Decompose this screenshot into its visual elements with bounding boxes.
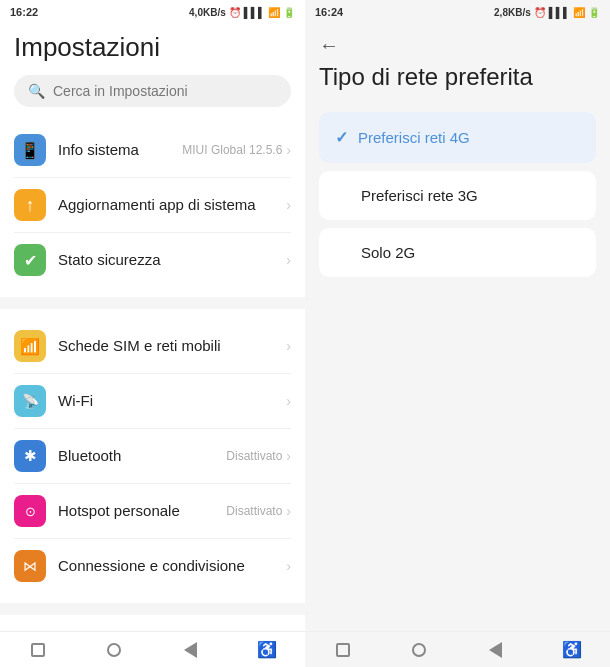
hotspot-chevron: › xyxy=(286,503,291,519)
right-panel: 16:24 2,8KB/s ⏰ ▌▌▌ 📶 🔋 ← Tipo di rete p… xyxy=(305,0,610,667)
check-4g-icon: ✓ xyxy=(335,128,348,147)
info-sistema-text: Info sistema xyxy=(58,141,182,159)
nav-circle-right[interactable] xyxy=(408,639,430,661)
aggiornamenti-chevron: › xyxy=(286,197,291,213)
section-system: 📱 Info sistema MIUI Global 12.5.6 › ↑ Ag… xyxy=(14,123,291,287)
battery-icon-right: 🔋 xyxy=(588,7,600,18)
info-sistema-chevron: › xyxy=(286,142,291,158)
page-title: Impostazioni xyxy=(14,32,291,63)
network-speed-left: 4,0KB/s xyxy=(189,7,226,18)
network-option-2g[interactable]: Solo 2G xyxy=(319,228,596,277)
wifi-label: Wi-Fi xyxy=(58,392,93,409)
settings-item-connessione[interactable]: ⋈ Connessione e condivisione › xyxy=(14,539,291,593)
aggiornamenti-label: Aggiornamenti app di sistema xyxy=(58,196,256,213)
left-content: Impostazioni 🔍 📱 Info sistema MIUI Globa… xyxy=(0,24,305,631)
right-page-title: Tipo di rete preferita xyxy=(319,63,596,92)
nav-back-left[interactable] xyxy=(180,639,202,661)
network-option-3g[interactable]: Preferisci rete 3G xyxy=(319,171,596,220)
sim-label: Schede SIM e reti mobili xyxy=(58,337,221,354)
signal-icon: ▌▌▌ xyxy=(244,7,265,18)
bluetooth-chevron: › xyxy=(286,448,291,464)
settings-item-info-sistema[interactable]: 📱 Info sistema MIUI Global 12.5.6 › xyxy=(14,123,291,178)
nav-accessibility-left[interactable]: ♿ xyxy=(256,639,278,661)
search-icon: 🔍 xyxy=(28,83,45,99)
status-bar-left: 16:22 4,0KB/s ⏰ ▌▌▌ 📶 🔋 xyxy=(0,0,305,24)
left-panel: 16:22 4,0KB/s ⏰ ▌▌▌ 📶 🔋 Impostazioni 🔍 📱… xyxy=(0,0,305,667)
wifi-text: Wi-Fi xyxy=(58,392,286,410)
aggiornamenti-icon: ↑ xyxy=(14,189,46,221)
sicurezza-icon: ✔ xyxy=(14,244,46,276)
time-left: 16:22 xyxy=(10,6,38,18)
bottom-nav-right: ♿ xyxy=(305,631,610,667)
status-icons-right: 2,8KB/s ⏰ ▌▌▌ 📶 🔋 xyxy=(494,7,600,18)
hotspot-icon: ⊙ xyxy=(14,495,46,527)
right-content: ← Tipo di rete preferita ✓ Preferisci re… xyxy=(305,24,610,631)
status-icons-left: 4,0KB/s ⏰ ▌▌▌ 📶 🔋 xyxy=(189,7,295,18)
wifi-icon: 📡 xyxy=(14,385,46,417)
bluetooth-value: Disattivato xyxy=(226,449,282,463)
divider-2 xyxy=(0,603,305,615)
bluetooth-text: Bluetooth xyxy=(58,447,226,465)
aggiornamenti-text: Aggiornamenti app di sistema xyxy=(58,196,286,214)
settings-item-bluetooth[interactable]: ✱ Bluetooth Disattivato › xyxy=(14,429,291,484)
wifi-status-icon: 📶 xyxy=(268,7,280,18)
alarm-icon: ⏰ xyxy=(229,7,241,18)
bluetooth-label: Bluetooth xyxy=(58,447,121,464)
wifi-chevron: › xyxy=(286,393,291,409)
connessione-label: Connessione e condivisione xyxy=(58,557,245,574)
nav-back-right[interactable] xyxy=(485,639,507,661)
hotspot-value: Disattivato xyxy=(226,504,282,518)
time-right: 16:24 xyxy=(315,6,343,18)
settings-item-hotspot[interactable]: ⊙ Hotspot personale Disattivato › xyxy=(14,484,291,539)
hotspot-label: Hotspot personale xyxy=(58,502,180,519)
sicurezza-label: Stato sicurezza xyxy=(58,251,161,268)
info-sistema-label: Info sistema xyxy=(58,141,139,158)
info-sistema-icon: 📱 xyxy=(14,134,46,166)
signal-icon-right: ▌▌▌ xyxy=(549,7,570,18)
settings-item-aggiornamenti[interactable]: ↑ Aggiornamenti app di sistema › xyxy=(14,178,291,233)
section-network: 📶 Schede SIM e reti mobili › 📡 Wi-Fi › ✱… xyxy=(14,319,291,593)
network-option-3g-label: Preferisci rete 3G xyxy=(361,187,478,204)
network-option-2g-label: Solo 2G xyxy=(361,244,415,261)
hotspot-text: Hotspot personale xyxy=(58,502,226,520)
connessione-chevron: › xyxy=(286,558,291,574)
network-speed-right: 2,8KB/s xyxy=(494,7,531,18)
settings-item-wifi[interactable]: 📡 Wi-Fi › xyxy=(14,374,291,429)
sim-text: Schede SIM e reti mobili xyxy=(58,337,286,355)
nav-square-right[interactable] xyxy=(332,639,354,661)
connessione-text: Connessione e condivisione xyxy=(58,557,286,575)
info-sistema-value: MIUI Global 12.5.6 xyxy=(182,143,282,157)
status-bar-right: 16:24 2,8KB/s ⏰ ▌▌▌ 📶 🔋 xyxy=(305,0,610,24)
sicurezza-text: Stato sicurezza xyxy=(58,251,286,269)
alarm-icon-right: ⏰ xyxy=(534,7,546,18)
wifi-status-icon-right: 📶 xyxy=(573,7,585,18)
nav-square-left[interactable] xyxy=(27,639,49,661)
sim-icon: 📶 xyxy=(14,330,46,362)
network-option-4g[interactable]: ✓ Preferisci reti 4G xyxy=(319,112,596,163)
back-button[interactable]: ← xyxy=(319,24,339,63)
bottom-nav-left: ♿ xyxy=(0,631,305,667)
settings-item-sicurezza[interactable]: ✔ Stato sicurezza › xyxy=(14,233,291,287)
nav-accessibility-right[interactable]: ♿ xyxy=(561,639,583,661)
sim-chevron: › xyxy=(286,338,291,354)
battery-icon: 🔋 xyxy=(283,7,295,18)
bluetooth-icon: ✱ xyxy=(14,440,46,472)
nav-circle-left[interactable] xyxy=(103,639,125,661)
network-option-4g-label: Preferisci reti 4G xyxy=(358,129,470,146)
divider-1 xyxy=(0,297,305,309)
search-input[interactable] xyxy=(53,83,277,99)
sicurezza-chevron: › xyxy=(286,252,291,268)
connessione-icon: ⋈ xyxy=(14,550,46,582)
search-bar[interactable]: 🔍 xyxy=(14,75,291,107)
settings-item-sim[interactable]: 📶 Schede SIM e reti mobili › xyxy=(14,319,291,374)
